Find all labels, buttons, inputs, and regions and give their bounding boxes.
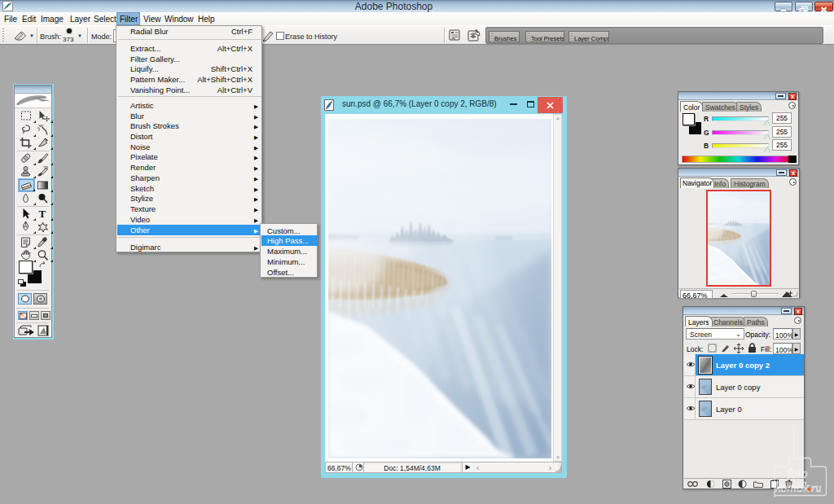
svg-text:T: T — [39, 208, 46, 220]
svg-text:foto: foto — [788, 467, 808, 481]
svg-text:ru: ru — [811, 482, 821, 494]
svg-text:komok: komok — [775, 480, 810, 494]
